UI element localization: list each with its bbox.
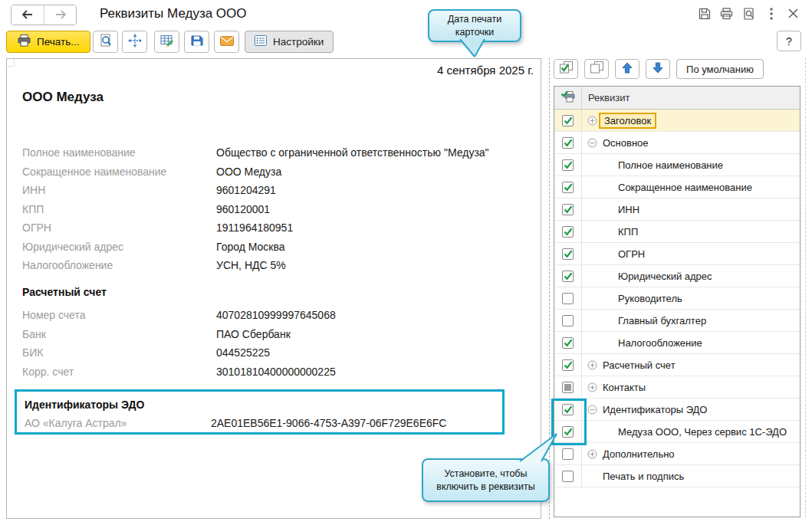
back-button[interactable] [12,5,44,25]
unchecked-checkbox[interactable] [562,293,574,304]
attribute-cell: Полное наименование [582,154,800,176]
expand-icon[interactable] [587,382,597,392]
close-icon[interactable] [787,7,800,20]
checked-checkbox[interactable] [562,204,574,215]
field-value: 9601204291 [216,184,276,196]
field-value: 2AE01EB56E1-9066-4753-A397-06F729E6E6FC [211,417,446,429]
unchecked-checkbox[interactable] [562,448,574,460]
attribute-row[interactable]: Юридический адрес [554,265,800,287]
help-button-label: ? [786,35,792,48]
field-value: УСН, НДС 5% [216,259,286,271]
page-title: Реквизиты Медуза ООО [100,6,247,21]
field-value: 40702810999997645068 [216,309,336,321]
attribute-label: Юридический адрес [618,271,712,282]
right-edge-splitter[interactable] [805,58,806,517]
attribute-row[interactable]: Полное наименование [554,154,800,176]
attribute-cell: Сокращенное наименование [582,176,800,198]
checked-checkbox[interactable] [562,337,574,349]
doc-field-row: Полное наименованиеОбщество с ограниченн… [22,143,532,162]
help-button[interactable]: ? [777,31,801,51]
spreadsheet-corner [7,59,15,67]
attribute-row[interactable]: Медуза ООО, Через сервис 1С-ЭДО [554,421,800,443]
expand-icon[interactable] [587,360,597,370]
unchecked-checkbox[interactable] [562,315,574,326]
attribute-row[interactable]: Печать и подпись [554,465,800,487]
checked-checkbox[interactable] [562,159,574,171]
save-document-button[interactable] [184,31,209,53]
partial-checkbox[interactable] [562,382,574,393]
field-value: 960120001 [216,203,270,215]
settings-button[interactable]: Настройки [245,31,334,53]
checked-checkbox[interactable] [562,182,574,193]
check-all-button[interactable] [554,59,578,79]
attribute-label: Основное [603,137,649,149]
collapse-icon[interactable] [587,138,597,148]
attribute-row[interactable]: Сокращенное наименование [554,176,800,199]
attribute-label: Печать и подпись [603,471,684,482]
attribute-row[interactable]: Основное [554,132,800,154]
attribute-row[interactable]: Контакты [554,376,800,399]
attribute-row[interactable]: Заголовок [554,110,800,132]
attribute-cell: Печать и подпись [582,465,800,487]
doc-bank-fields: Номер счета40702810999997645068БанкПАО С… [22,306,532,381]
attribute-label: ИНН [618,204,639,215]
envelope-mail-icon [220,35,234,49]
preview-icon[interactable] [742,7,755,20]
callout-print-date: Дата печати карточки [428,9,521,42]
send-mail-button[interactable] [214,31,239,53]
forward-button[interactable] [44,5,76,25]
checked-checkbox[interactable] [562,404,574,415]
attribute-row[interactable]: ОГРН [554,243,800,265]
field-label: АО «Калуга Астрал» [25,417,211,429]
uncheck-all-button[interactable] [584,59,609,79]
collapse-icon[interactable] [587,405,597,415]
checked-checkbox[interactable] [562,226,574,238]
unchecked-checkbox[interactable] [562,471,574,482]
attribute-cell: Заголовок [582,110,800,131]
checkbox-cell [554,376,582,398]
attribute-row[interactable]: КПП [554,221,800,243]
attribute-row[interactable]: Руководитель [554,287,800,310]
checked-checkbox[interactable] [562,115,574,126]
attribute-row[interactable]: Дополнительно [554,443,800,465]
default-button[interactable]: По умолчанию [676,59,764,79]
attribute-row[interactable]: Налогообложение [554,332,800,354]
partial-fill [564,384,571,391]
save-icon[interactable] [698,7,711,20]
attribute-cell: Основное [582,132,800,153]
attribute-row[interactable]: Расчетный счет [554,354,800,376]
move-up-button[interactable] [615,59,639,79]
field-label: Корр. счет [22,366,216,378]
preview-page-button[interactable] [93,31,118,53]
print-button[interactable]: Печать... [6,31,90,53]
print-icon[interactable] [720,7,733,20]
edit-table-button[interactable] [154,31,179,53]
checkbox-cell [554,310,582,331]
doc-field-row: ОГРН1911964180951 [22,218,532,238]
checked-checkbox[interactable] [562,248,574,260]
arrow-up-icon [622,62,633,77]
attribute-label: Заголовок [599,113,656,129]
printer-icon [18,34,31,49]
checkbox-cell [554,176,582,198]
attribute-row[interactable]: ИНН [554,199,800,221]
panel-splitter[interactable] [549,58,550,519]
checked-checkbox[interactable] [562,137,574,149]
move-down-button[interactable] [646,59,670,79]
arrow-left-icon [21,8,34,22]
checked-checkbox[interactable] [562,426,574,438]
field-label: Номер счета [22,309,216,321]
expand-icon[interactable] [587,116,597,126]
checkbox-cell [554,287,582,309]
fit-move-button[interactable] [122,31,147,53]
attribute-cell: Идентификаторы ЭДО [582,399,800,420]
attribute-cell: ОГРН [582,243,800,264]
attribute-column-header: Реквизит [582,87,800,109]
attribute-row[interactable]: Идентификаторы ЭДО [554,399,800,421]
arrow-down-icon [653,62,663,77]
checked-checkbox[interactable] [562,271,574,282]
expand-icon[interactable] [587,449,597,459]
attribute-row[interactable]: Главный бухгалтер [554,310,800,332]
kebab-menu-icon[interactable] [764,7,777,20]
checked-checkbox[interactable] [562,359,574,371]
